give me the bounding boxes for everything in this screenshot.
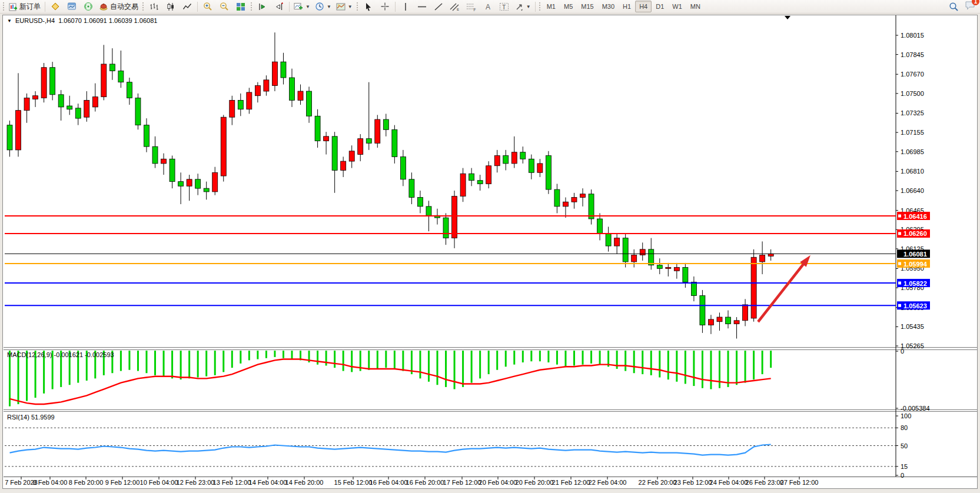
candle-body[interactable] — [683, 268, 688, 282]
arrows-tool-button[interactable]: ▼ — [513, 0, 533, 13]
time-tick-label[interactable]: 20 Feb 04:00 — [479, 479, 517, 486]
candle-body[interactable] — [238, 100, 243, 109]
toolbar-grip[interactable] — [2, 2, 5, 11]
timeframe-MN[interactable]: MN — [686, 1, 705, 12]
toolbar-grip[interactable] — [539, 2, 542, 11]
candle-body[interactable] — [580, 194, 586, 198]
chart-shift-button[interactable] — [271, 0, 287, 13]
toolbar-grip[interactable] — [142, 2, 145, 11]
candle-body[interactable] — [50, 68, 55, 95]
candle-body[interactable] — [511, 152, 517, 164]
time-tick-label[interactable]: 22 Feb 04:00 — [589, 479, 627, 486]
candle-body[interactable] — [67, 106, 72, 109]
time-tick-label[interactable]: 9 Feb 12:00 — [105, 479, 140, 486]
candle-body[interactable] — [281, 62, 286, 78]
cursor-tool-button[interactable] — [360, 0, 377, 13]
candle-body[interactable] — [503, 155, 509, 163]
auto-trading-button[interactable]: 自动交易 — [97, 0, 141, 13]
time-tick-label[interactable]: 12 Feb 23:00 — [177, 479, 215, 486]
time-tick-label[interactable]: 24 Feb 04:00 — [710, 479, 748, 486]
signal-button[interactable] — [80, 0, 97, 13]
candle-body[interactable] — [170, 159, 175, 181]
time-tick-label[interactable]: 13 Feb 12:00 — [213, 479, 251, 486]
candle-body[interactable] — [135, 98, 141, 125]
candle-body[interactable] — [101, 64, 107, 97]
candle-body[interactable] — [529, 159, 534, 172]
candle-body[interactable] — [33, 96, 38, 99]
data-window-button[interactable] — [64, 0, 80, 13]
time-tick-label[interactable]: 22 Feb 20:00 — [639, 479, 677, 486]
candle-body[interactable] — [212, 172, 218, 192]
candle-body[interactable] — [751, 257, 756, 318]
trendline-tool-button[interactable] — [430, 0, 447, 13]
candle-body[interactable] — [760, 255, 765, 262]
candle-body[interactable] — [768, 254, 773, 257]
candle-body[interactable] — [409, 179, 414, 198]
timeframe-M1[interactable]: M1 — [543, 1, 560, 12]
candle-body[interactable] — [691, 282, 696, 296]
candle-body[interactable] — [366, 139, 371, 144]
candle-body[interactable] — [307, 91, 312, 116]
template-button[interactable]: ▼ — [334, 0, 355, 13]
candle-body[interactable] — [666, 268, 671, 269]
candle-body[interactable] — [623, 238, 628, 262]
time-tick-label[interactable]: 21 Feb 12:00 — [552, 479, 590, 486]
pane-separator[interactable] — [4, 347, 977, 348]
timeframe-M30[interactable]: M30 — [598, 1, 619, 12]
candle-body[interactable] — [400, 156, 406, 179]
candle-body[interactable] — [230, 100, 235, 117]
timeframe-H4[interactable]: H4 — [635, 1, 652, 12]
candle-body[interactable] — [460, 174, 466, 196]
candle-body[interactable] — [152, 146, 158, 164]
candle-body[interactable] — [708, 319, 713, 325]
candle-body[interactable] — [614, 238, 620, 246]
candle-body[interactable] — [554, 189, 560, 206]
candle-body[interactable] — [41, 68, 46, 98]
candle-body[interactable] — [597, 219, 603, 234]
search-icon[interactable] — [949, 2, 959, 12]
toolbar-grip[interactable] — [250, 2, 253, 11]
candle-body[interactable] — [178, 182, 184, 186]
pane-separator[interactable] — [4, 411, 977, 412]
timeframe-M15[interactable]: M15 — [577, 1, 597, 12]
candle-body[interactable] — [717, 317, 722, 322]
time-tick-label[interactable]: 10 Feb 04:00 — [140, 479, 178, 486]
notifications-button[interactable]: 1 — [965, 1, 975, 12]
candle-body[interactable] — [247, 92, 252, 109]
candle-body[interactable] — [452, 196, 457, 238]
vertical-line-tool-button[interactable] — [397, 0, 414, 13]
bar-chart-mode-button[interactable] — [146, 0, 162, 13]
line-chart-mode-button[interactable] — [179, 0, 195, 13]
candle-body[interactable] — [443, 218, 449, 238]
time-tick-label[interactable]: 8 Feb 04:00 — [33, 479, 68, 486]
zoom-out-button[interactable] — [216, 0, 232, 13]
candlestick-mode-button[interactable] — [162, 0, 179, 13]
candle-body[interactable] — [734, 321, 739, 324]
time-tick-label[interactable]: 20 Feb 20:00 — [516, 479, 554, 486]
candle-body[interactable] — [563, 202, 568, 206]
candle-body[interactable] — [392, 129, 397, 156]
candle-body[interactable] — [75, 108, 81, 118]
new-order-button[interactable]: 新订单 — [6, 0, 43, 13]
candle-body[interactable] — [546, 155, 551, 189]
candle-body[interactable] — [298, 91, 303, 100]
candle-body[interactable] — [477, 181, 483, 184]
chart-collapse-icon[interactable]: ▼ — [7, 18, 12, 24]
candle-body[interactable] — [674, 268, 679, 271]
candle-body[interactable] — [144, 125, 149, 146]
candle-body[interactable] — [289, 78, 294, 100]
candle-body[interactable] — [417, 198, 423, 206]
candle-body[interactable] — [324, 136, 329, 141]
auto-scroll-button[interactable] — [254, 0, 271, 13]
candle-body[interactable] — [486, 166, 491, 184]
candle-body[interactable] — [272, 62, 277, 85]
time-tick-label[interactable]: 8 Feb 20:00 — [69, 479, 104, 486]
chart-shift-marker[interactable] — [785, 16, 790, 19]
horizontal-line-tool-button[interactable] — [414, 0, 430, 13]
time-tick-label[interactable]: 14 Feb 20:00 — [285, 479, 324, 486]
timeframe-M5[interactable]: M5 — [560, 1, 577, 12]
time-tick-label[interactable]: 14 Feb 04:00 — [249, 479, 287, 486]
candle-body[interactable] — [24, 98, 29, 111]
zoom-in-button[interactable] — [200, 0, 216, 13]
toolbar-grip[interactable] — [356, 2, 359, 11]
